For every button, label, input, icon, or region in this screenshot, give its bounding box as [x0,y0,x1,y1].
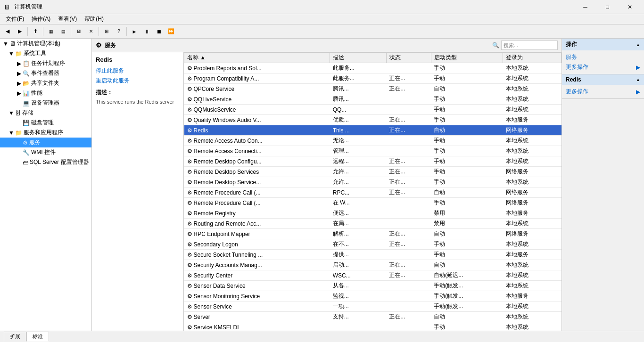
table-row[interactable]: ⚙Remote Access Connecti...管理...手动本地系统 [184,146,561,156]
minimize-button[interactable]: ─ [575,0,596,14]
right-action-redis-more[interactable]: 更多操作 ▶ [566,87,640,97]
tree-item-wmi[interactable]: 🔧 WMI 控件 [0,147,91,157]
maximize-button[interactable]: □ [597,0,618,14]
tree-item-disk-management[interactable]: 💾 磁盘管理 [0,118,91,128]
tool-restart[interactable]: ⏩ [165,26,177,37]
tool-forward[interactable]: ▶ [14,26,25,37]
table-row[interactable]: ⚙RedisThis ...正在...自动网络服务 [184,125,561,136]
tree-item-services[interactable]: ⚙ 服务 [0,138,91,147]
tree-item-computer[interactable]: ▼ 🖥 计算机管理(本地) [0,39,91,49]
cell-status: 正在... [386,125,431,136]
table-row[interactable]: ⚙Service KMSELDI手动本地系统 [184,322,561,331]
table-row[interactable]: ⚙QQMusicServiceQQ...手动本地系统 [184,105,561,115]
chevron-up-redis: ▲ [636,77,640,82]
table-row[interactable]: ⚙Server支持...正在...自动本地系统 [184,312,561,322]
tool-options[interactable]: ▤ [58,26,69,37]
tree-label-storage: 存储 [22,109,33,117]
tree-item-performance[interactable]: ▶ 📊 性能 [0,88,91,98]
tool-show-hide[interactable]: ▦ [45,26,57,37]
col-name[interactable]: 名称 ▲ [184,53,330,63]
right-action-more-ops[interactable]: 更多操作 ▶ [566,62,640,72]
cell-name: ⚙Server [184,312,330,322]
tree-item-sql-server[interactable]: 🗃 SQL Server 配置管理器 [0,157,91,167]
cell-desc: 一项... [330,301,387,312]
cell-login: 本地系统 [503,156,561,167]
cell-desc: 无论... [330,136,387,146]
tree-label-services: 服务 [29,138,41,147]
close-button[interactable]: ✕ [619,0,640,14]
tree-arrow-storage: ▼ [8,110,15,116]
tool-props[interactable]: ⊞ [101,26,112,37]
table-row[interactable]: ⚙Remote Access Auto Con...无论...手动本地系统 [184,136,561,146]
table-row[interactable]: ⚙Routing and Remote Acc...在局...禁用本地系统 [184,219,561,229]
table-row[interactable]: ⚙Sensor Data Service从各...手动(触发...本地系统 [184,281,561,291]
table-row[interactable]: ⚙Remote Procedure Call (... 在 W...手动网络服务 [184,198,561,208]
table-row[interactable]: ⚙Quality Windows Audio V...优质...正在...手动本… [184,115,561,125]
right-action-services[interactable]: 服务 [566,52,640,62]
tool-stop[interactable]: ⏹ [153,26,165,37]
col-startup[interactable]: 启动类型 [431,53,503,63]
right-section-redis: Redis ▲ 更多操作 ▶ [562,74,644,99]
table-row[interactable]: ⚙Remote Procedure Call (...RPC...正在...自动… [184,187,561,198]
cell-login: 本地系统 [503,105,561,115]
tool-up[interactable]: ⬆ [30,26,41,37]
tree-label-task-scheduler: 任务计划程序 [31,59,65,67]
table-row[interactable]: ⚙Sensor Service一项...手动(触发...本地系统 [184,301,561,312]
tab-standard[interactable]: 标准 [26,332,49,342]
menu-view[interactable]: 查看(V) [54,14,81,24]
table-row[interactable]: ⚙Security Accounts Manag...启动...正在...自动本… [184,260,561,270]
cell-desc: 支持... [330,312,387,322]
search-input[interactable] [501,41,558,50]
table-row[interactable]: ⚙Sensor Monitoring Service监视...手动(触发...本… [184,291,561,301]
tool-disconnect[interactable]: ✕ [85,26,97,37]
cell-name: ⚙Service KMSELDI [184,322,330,331]
table-row[interactable]: ⚙Security CenterWSC...正在...自动(延迟...本地系统 [184,270,561,281]
cell-status: 正在... [386,260,431,270]
table-row[interactable]: ⚙RPC Endpoint Mapper解析...正在...自动网络服务 [184,229,561,239]
tree-label-wmi: WMI 控件 [31,148,56,156]
table-row[interactable]: ⚙Secure Socket Tunneling ...提供...手动本地服务 [184,250,561,260]
table-row[interactable]: ⚙Remote Registry便远...禁用本地服务 [184,208,561,219]
tree-item-shared-folders[interactable]: ▶ 📂 共享文件夹 [0,78,91,88]
cell-login: 网络服务 [503,125,561,136]
tab-extended[interactable]: 扩展 [4,332,26,342]
table-row[interactable]: ⚙Remote Desktop Configu...远程...正在...手动本地… [184,156,561,167]
col-desc[interactable]: 描述 [330,53,387,63]
tree-item-storage[interactable]: ▼ 🗄 存储 [0,108,91,118]
tree-arrow-wmi [15,149,23,156]
tool-connect[interactable]: 🖥 [73,26,84,37]
table-row[interactable]: ⚙Remote Desktop Service...允许...正在...手动本地… [184,177,561,187]
service-list-area[interactable]: 名称 ▲ 描述 状态 启动类型 登录为 ⚙Problem Reports and… [184,52,561,331]
services-header: ⚙ 服务 🔍 [92,39,561,52]
tool-help[interactable]: ? [113,26,124,37]
restart-service-link[interactable]: 重启动此服务 [96,77,180,85]
tool-play[interactable]: ► [129,26,140,37]
cell-status [386,198,431,208]
menu-help[interactable]: 帮助(H) [81,14,107,24]
service-detail-panel: Redis 停止此服务 重启动此服务 描述： This service runs… [92,52,184,331]
tool-back[interactable]: ◀ [2,26,13,37]
col-login[interactable]: 登录为 [503,53,561,63]
col-status[interactable]: 状态 [386,53,431,63]
tree-item-task-scheduler[interactable]: ▶ 📋 任务计划程序 [0,58,91,68]
cell-status [386,322,431,331]
tree-item-event-viewer[interactable]: ▶ 🔍 事件查看器 [0,68,91,78]
table-row[interactable]: ⚙Program Compatibility A...此服务...正在...手动… [184,73,561,84]
menu-file[interactable]: 文件(F) [2,14,28,24]
table-row[interactable]: ⚙QPCore Service腾讯...正在...自动本地系统 [184,84,561,94]
tool-pause[interactable]: ⏸ [141,26,152,37]
window-title: 计算机管理 [14,3,42,11]
table-row[interactable]: ⚙Secondary Logon在不...正在...手动本地系统 [184,239,561,250]
cell-startup: 手动 [431,198,503,208]
cell-login: 本地系统 [503,281,561,291]
stop-service-link[interactable]: 停止此服务 [96,67,180,75]
table-row[interactable]: ⚙Remote Desktop Services允许...正在...手动网络服务 [184,167,561,177]
tree-item-services-apps[interactable]: ▼ 📁 服务和应用程序 [0,128,91,138]
toolbar-sep-2 [43,27,43,36]
table-row[interactable]: ⚙QQLiveService腾讯...手动本地系统 [184,94,561,105]
tree-item-system-tools[interactable]: ▼ 📁 系统工具 [0,49,91,58]
menu-action[interactable]: 操作(A) [28,14,54,24]
table-row[interactable]: ⚙Problem Reports and Sol...此服务...手动本地系统 [184,63,561,73]
tree-item-device-manager[interactable]: 💻 设备管理器 [0,98,91,108]
cell-startup: 手动 [431,94,503,105]
